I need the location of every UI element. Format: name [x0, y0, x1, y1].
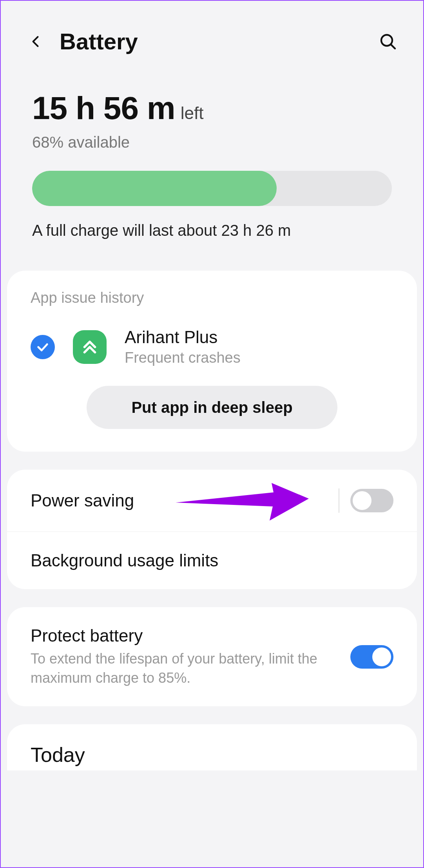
power-saving-title: Power saving [31, 491, 323, 510]
deep-sleep-button[interactable]: Put app in deep sleep [87, 386, 337, 429]
today-title: Today [31, 743, 393, 767]
check-badge-icon [31, 335, 55, 359]
app-issue-card: App issue history Arihant Plus Frequent … [7, 271, 417, 452]
percent-available: 68% available [32, 134, 392, 151]
app-name: Arihant Plus [125, 327, 241, 347]
toggle-knob [353, 491, 371, 510]
power-saving-row[interactable]: Power saving [31, 488, 393, 513]
battery-progress-fill [32, 171, 277, 206]
protect-battery-description: To extend the lifespan of your battery, … [31, 649, 342, 687]
vertical-separator [339, 488, 339, 513]
power-saving-toggle[interactable] [350, 489, 393, 512]
battery-stats: 15 h 56 m left 68% available A full char… [1, 66, 423, 255]
protect-battery-toggle[interactable] [350, 645, 393, 669]
today-card: Today [7, 724, 417, 770]
battery-progress-bar[interactable] [32, 171, 392, 206]
double-chevron-up-icon [81, 338, 99, 356]
protect-battery-title: Protect battery [31, 626, 342, 646]
app-issue-row[interactable]: Arihant Plus Frequent crashes [31, 327, 393, 366]
protect-battery-card: Protect battery To extend the lifespan o… [7, 607, 417, 706]
app-icon [73, 330, 107, 364]
chevron-left-icon [29, 34, 43, 49]
search-button[interactable] [376, 30, 400, 53]
back-button[interactable] [24, 30, 48, 53]
time-remaining: 15 h 56 m [32, 90, 175, 127]
app-issue-detail: Frequent crashes [125, 349, 241, 366]
page-title: Battery [60, 28, 376, 54]
full-charge-estimate: A full charge will last about 23 h 26 m [32, 222, 392, 239]
time-remaining-suffix: left [181, 103, 204, 123]
background-usage-limits-row[interactable]: Background usage limits [31, 551, 393, 570]
protect-battery-row[interactable]: Protect battery To extend the lifespan o… [31, 626, 393, 687]
app-issue-section-label: App issue history [31, 289, 393, 306]
svg-line-1 [391, 44, 395, 48]
background-usage-limits-title: Background usage limits [31, 551, 386, 570]
power-settings-card: Power saving Background usage limits [7, 470, 417, 589]
toggle-knob [372, 647, 391, 666]
search-icon [379, 32, 397, 51]
header: Battery [1, 1, 423, 66]
